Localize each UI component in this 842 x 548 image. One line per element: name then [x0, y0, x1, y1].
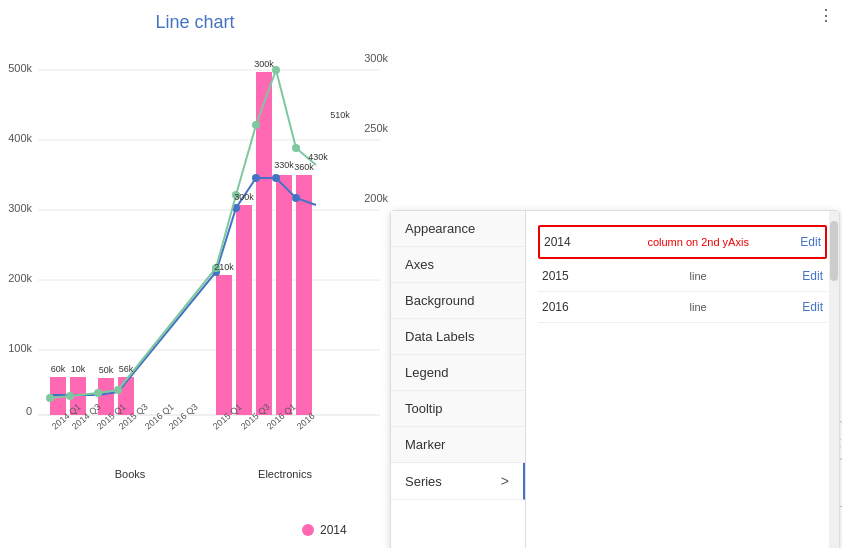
svg-point-28 — [292, 194, 300, 202]
svg-text:60k: 60k — [51, 364, 66, 374]
svg-text:10k: 10k — [71, 364, 86, 374]
svg-text:330k: 330k — [274, 160, 294, 170]
series-edit-2016[interactable]: Edit — [802, 300, 823, 314]
svg-text:2014: 2014 — [320, 523, 347, 537]
svg-point-32 — [114, 386, 122, 394]
nav-axes[interactable]: Axes — [391, 247, 525, 283]
svg-rect-19 — [216, 275, 232, 415]
svg-text:400k: 400k — [8, 132, 32, 144]
chart-container: Line chart ⋮ 500k 400k 300k 200k 100k 0 … — [0, 0, 842, 548]
svg-rect-23 — [296, 175, 312, 415]
series-year-2016: 2016 — [542, 300, 602, 314]
svg-point-27 — [272, 174, 280, 182]
series-type-2014: column on 2nd yAxis — [604, 236, 792, 248]
series-type-2015: line — [602, 270, 794, 282]
nav-datalabels[interactable]: Data Labels — [391, 319, 525, 355]
series-row-2014: 2014 column on 2nd yAxis Edit — [538, 225, 827, 259]
svg-text:200k: 200k — [8, 272, 32, 284]
series-edit-2014[interactable]: Edit — [800, 235, 821, 249]
svg-point-35 — [252, 121, 260, 129]
series-year-2014: 2014 — [544, 235, 604, 249]
svg-text:210k: 210k — [214, 262, 234, 272]
chart-svg: 500k 400k 300k 200k 100k 0 300k 250k 200… — [0, 0, 390, 548]
svg-point-61 — [302, 524, 314, 536]
nav-appearance[interactable]: Appearance — [391, 211, 525, 247]
nav-series[interactable]: Series > — [391, 463, 525, 500]
settings-content: 2014 column on 2nd yAxis Edit 2015 line … — [526, 211, 839, 548]
svg-text:50k: 50k — [99, 365, 114, 375]
svg-text:430k: 430k — [308, 152, 328, 162]
svg-text:56k: 56k — [119, 364, 134, 374]
series-row-2015: 2015 line Edit — [538, 261, 827, 292]
scrollbar-thumb — [830, 221, 838, 281]
svg-point-26 — [252, 174, 260, 182]
svg-rect-22 — [276, 175, 292, 415]
svg-text:300k: 300k — [364, 52, 388, 64]
svg-point-30 — [66, 392, 74, 400]
svg-text:510k: 510k — [330, 110, 350, 120]
svg-text:500k: 500k — [8, 62, 32, 74]
nav-marker[interactable]: Marker — [391, 427, 525, 463]
settings-panel: Appearance Axes Background Data Labels L… — [390, 210, 840, 548]
svg-text:200k: 200k — [364, 192, 388, 204]
svg-text:100k: 100k — [8, 342, 32, 354]
svg-point-31 — [94, 389, 102, 397]
nav-legend[interactable]: Legend — [391, 355, 525, 391]
svg-text:300k: 300k — [254, 59, 274, 69]
svg-point-37 — [292, 144, 300, 152]
series-type-2016: line — [602, 301, 794, 313]
svg-text:0: 0 — [26, 405, 32, 417]
more-button[interactable]: ⋮ — [818, 6, 834, 25]
svg-text:250k: 250k — [364, 122, 388, 134]
svg-text:360k: 360k — [294, 162, 314, 172]
nav-tooltip[interactable]: Tooltip — [391, 391, 525, 427]
series-edit-2015[interactable]: Edit — [802, 269, 823, 283]
settings-nav: Appearance Axes Background Data Labels L… — [391, 211, 526, 548]
svg-text:300k: 300k — [234, 192, 254, 202]
svg-text:Electronics: Electronics — [258, 468, 312, 480]
series-row-2016: 2016 line Edit — [538, 292, 827, 323]
svg-text:Books: Books — [115, 468, 146, 480]
svg-rect-20 — [236, 205, 252, 415]
nav-background[interactable]: Background — [391, 283, 525, 319]
series-year-2015: 2015 — [542, 269, 602, 283]
scrollbar[interactable] — [829, 211, 839, 548]
svg-point-29 — [46, 394, 54, 402]
svg-text:300k: 300k — [8, 202, 32, 214]
